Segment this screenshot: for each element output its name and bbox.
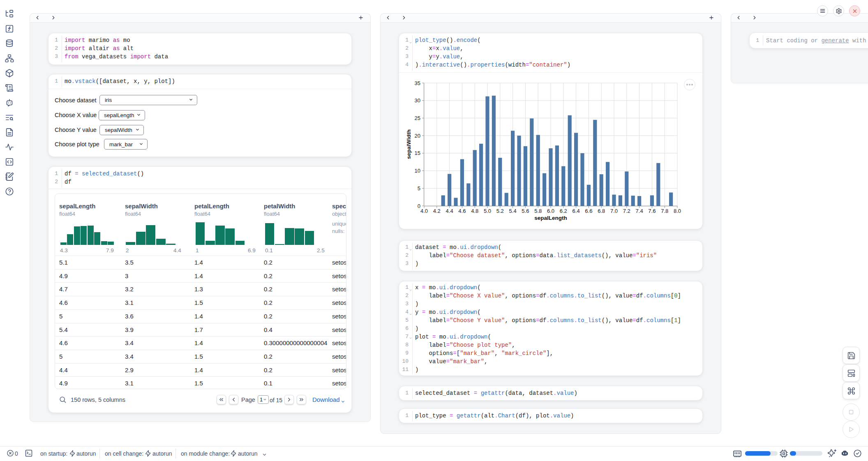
svg-text:4.6: 4.6 (458, 208, 466, 214)
svg-text:4.4: 4.4 (446, 208, 453, 214)
svg-text:6.2: 6.2 (560, 208, 567, 214)
svg-text:25: 25 (415, 115, 420, 121)
svg-text:35: 35 (415, 80, 420, 86)
svg-text:5.0: 5.0 (484, 208, 491, 214)
svg-text:sepalWidth: sepalWidth (406, 129, 412, 159)
svg-text:5.6: 5.6 (522, 208, 529, 214)
svg-text:4.0: 4.0 (420, 208, 428, 214)
svg-text:6.6: 6.6 (585, 208, 592, 214)
svg-text:7.4: 7.4 (636, 208, 643, 214)
svg-text:6.4: 6.4 (573, 208, 580, 214)
svg-text:7.8: 7.8 (661, 208, 668, 214)
svg-text:7.0: 7.0 (610, 208, 618, 214)
svg-text:5.8: 5.8 (534, 208, 542, 214)
svg-text:6.8: 6.8 (598, 208, 605, 214)
svg-text:5: 5 (418, 185, 420, 191)
svg-text:5.2: 5.2 (496, 208, 504, 214)
svg-text:6.0: 6.0 (547, 208, 554, 214)
svg-text:0: 0 (418, 203, 420, 209)
svg-text:30: 30 (415, 97, 420, 104)
svg-text:20: 20 (415, 133, 420, 139)
svg-text:4.8: 4.8 (471, 208, 478, 214)
svg-text:15: 15 (415, 150, 420, 156)
svg-text:sepalLength: sepalLength (534, 215, 567, 221)
svg-text:4.2: 4.2 (433, 208, 441, 214)
svg-text:7.2: 7.2 (623, 208, 630, 214)
svg-text:8.0: 8.0 (674, 208, 681, 214)
svg-text:10: 10 (415, 168, 420, 174)
svg-text:5.4: 5.4 (509, 208, 517, 214)
svg-text:7.6: 7.6 (648, 208, 656, 214)
